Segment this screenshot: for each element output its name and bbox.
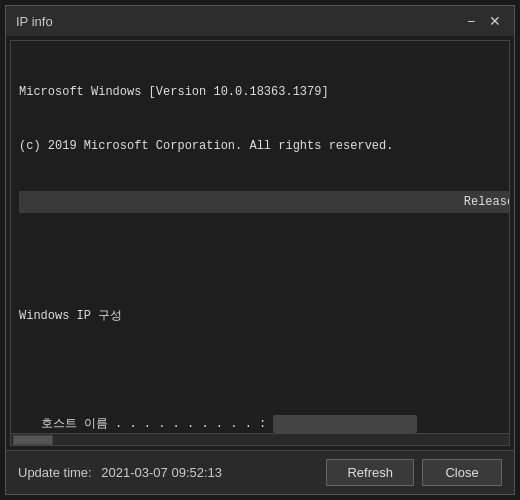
host-value-redacted [273,415,417,433]
header-line1: Microsoft Windows [Version 10.0.18363.13… [19,83,509,101]
update-time-value: 2021-03-07 09:52:13 [101,465,222,480]
title-bar-controls: − ✕ [462,12,504,30]
title-bar: IP info − ✕ [6,6,514,36]
host-line: 호스트 이름 . . . . . . . . . . : [19,415,509,433]
terminal-scroll[interactable]: Microsoft Windows [Version 10.0.18363.13… [11,41,509,433]
ip-info-window: IP info − ✕ Microsoft Windows [Version 1… [5,5,515,495]
command-text: Release>ipconfig /all [464,193,509,211]
minimize-button[interactable]: − [462,12,480,30]
windows-ip-section: Windows IP 구성 [19,307,509,325]
window-title: IP info [16,14,53,29]
update-time-area: Update time: 2021-03-07 09:52:13 [18,465,222,480]
terminal-content: Microsoft Windows [Version 10.0.18363.13… [19,47,509,433]
blank-line1 [19,253,509,271]
terminal-area: Microsoft Windows [Version 10.0.18363.13… [10,40,510,446]
update-label: Update time: [18,465,92,480]
blank-line2 [19,361,509,379]
header-line2: (c) 2019 Microsoft Corporation. All righ… [19,137,509,155]
command-line: Release>ipconfig /all [19,191,509,213]
footer: Update time: 2021-03-07 09:52:13 Refresh… [6,450,514,494]
close-button[interactable]: Close [422,459,502,486]
horizontal-scrollbar[interactable] [11,433,509,445]
close-title-button[interactable]: ✕ [486,12,504,30]
footer-buttons: Refresh Close [326,459,502,486]
refresh-button[interactable]: Refresh [326,459,414,486]
hscroll-thumb[interactable] [13,435,53,445]
